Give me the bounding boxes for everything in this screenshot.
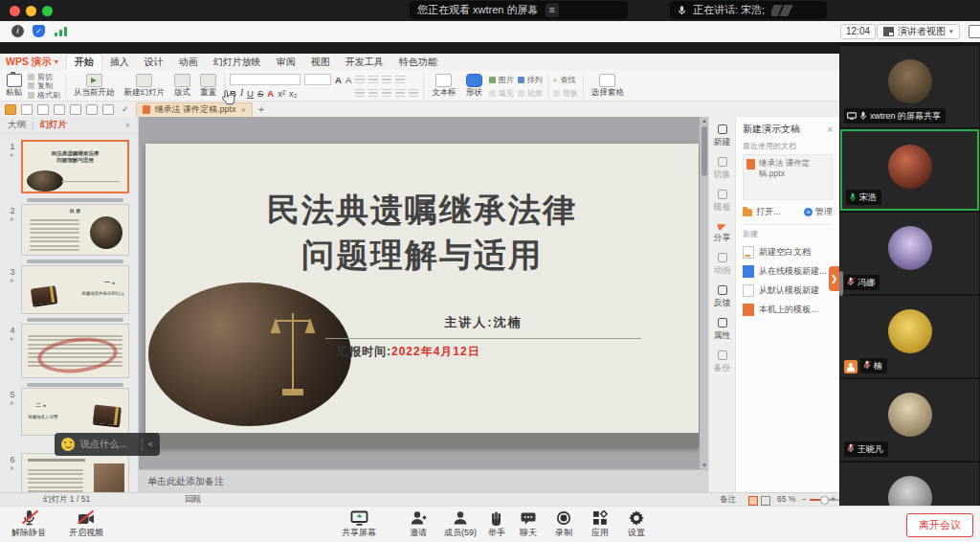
apps-button[interactable]: 应用 — [591, 509, 609, 539]
raise-hand-button[interactable]: 举手 — [488, 509, 505, 539]
tab-devtools[interactable]: 开发工具 — [338, 55, 391, 70]
cut-button[interactable]: 剪切 — [28, 73, 60, 81]
zoom-out-button[interactable]: − — [802, 493, 807, 506]
participant-tile-6[interactable] — [840, 463, 979, 506]
layout-button[interactable]: 版式 — [169, 72, 195, 101]
print-icon[interactable] — [54, 104, 65, 115]
banner-menu-icon[interactable]: ≡ — [546, 3, 559, 17]
superscript-button[interactable]: x² — [278, 88, 285, 99]
slide-thumb-5[interactable]: 二 » 遗嘱继承人范围 — [21, 388, 129, 436]
selection-pane-button[interactable]: 选择窗格 — [587, 72, 629, 101]
fullscreen-icon[interactable] — [969, 25, 980, 38]
tab-special[interactable]: 特色功能 — [391, 55, 445, 70]
redo-icon[interactable] — [102, 104, 114, 115]
undo-icon[interactable] — [86, 104, 98, 115]
chat-quick-input[interactable]: 说点什么... < — [55, 433, 160, 456]
zoom-slider-knob[interactable] — [820, 496, 829, 505]
preview-icon[interactable] — [70, 104, 81, 115]
canvas-scrollbar[interactable]: ▲ ▼ — [700, 117, 708, 469]
current-slide[interactable]: 民法典遗嘱继承法律 问题理解与适用 主讲人:沈楠 — [145, 144, 699, 447]
shrink-font-button[interactable]: A — [345, 75, 351, 85]
subscript-button[interactable]: x₂ — [289, 88, 297, 99]
side-tab-share[interactable]: 分享 — [714, 222, 731, 244]
underline-button[interactable]: U — [247, 88, 254, 99]
close-traffic-light[interactable] — [10, 6, 20, 16]
share-screen-button[interactable]: 共享屏幕 — [342, 509, 376, 539]
new-from-online-template[interactable]: 从在线模板新建... — [743, 265, 833, 278]
font-size-select[interactable] — [304, 74, 331, 85]
side-tab-switch[interactable]: 切换 — [714, 157, 731, 181]
slide-thumb-3[interactable]: 一 » 遗嘱继承的概念和特点 — [21, 265, 129, 314]
align-left-icon[interactable] — [355, 89, 365, 97]
save-icon[interactable] — [21, 104, 33, 115]
close-panel-icon[interactable]: × — [125, 121, 130, 130]
wps-logo[interactable]: WPS 演示▾ — [0, 56, 66, 69]
chat-button[interactable]: 聊天 — [520, 509, 537, 539]
outline-button[interactable]: 轮廓 — [518, 89, 543, 98]
strike-button[interactable]: S — [257, 88, 263, 99]
tab-slides[interactable]: 幻灯片 — [39, 119, 67, 131]
manage-link[interactable]: + 管理 — [804, 206, 833, 218]
tab-slideshow[interactable]: 幻灯片放映 — [206, 55, 269, 70]
new-blank-doc[interactable]: 新建空白文档 — [743, 246, 833, 259]
align-center-icon[interactable] — [368, 89, 378, 97]
start-video-button[interactable]: 开启视频 — [69, 509, 103, 539]
tab-view[interactable]: 视图 — [303, 55, 338, 70]
tab-design[interactable]: 设计 — [137, 55, 171, 70]
format-painter-button[interactable]: 格式刷 — [28, 91, 60, 100]
indent-icon[interactable] — [382, 76, 391, 83]
scrollbar-thumb[interactable] — [702, 126, 707, 176]
textbox-button[interactable]: 文本框 — [427, 72, 461, 101]
info-icon[interactable]: i — [11, 25, 24, 37]
output-icon[interactable] — [37, 104, 49, 115]
number-list-icon[interactable] — [368, 76, 378, 83]
zoom-in-button[interactable]: + — [831, 493, 835, 506]
side-tab-properties[interactable]: 属性 — [714, 318, 731, 342]
local-templates[interactable]: 本机上的模板... — [743, 304, 833, 316]
settings-button[interactable]: 设置 — [628, 509, 645, 539]
zoom-traffic-light[interactable] — [42, 6, 53, 16]
pane-expand-button[interactable]: ❯ — [829, 266, 839, 291]
invite-button[interactable]: 邀请 — [410, 509, 427, 539]
grow-font-button[interactable]: A — [335, 75, 342, 85]
line-spacing-icon[interactable] — [395, 76, 405, 83]
new-from-default-template[interactable]: 从默认模板新建 — [743, 284, 833, 297]
bullet-list-icon[interactable] — [355, 76, 365, 83]
minimize-traffic-light[interactable] — [26, 6, 36, 16]
collapse-chat-icon[interactable]: < — [142, 438, 153, 451]
recent-doc-item[interactable]: 继承法 课件定稿.pptx — [743, 154, 833, 200]
new-slide-button[interactable]: 新建幻灯片 — [120, 72, 170, 101]
find-button[interactable]: ⌕查找 — [553, 76, 578, 84]
font-color-button[interactable]: A — [267, 88, 274, 99]
participant-tile-fengna[interactable]: 冯娜 — [840, 213, 979, 294]
picture-button[interactable]: 图片 — [489, 76, 514, 84]
copy-button[interactable]: 复制 — [28, 81, 60, 90]
notes-toggle[interactable]: 备注 — [720, 493, 736, 506]
record-button[interactable]: 录制 — [555, 509, 572, 539]
reset-button[interactable]: 重置 — [195, 72, 221, 101]
side-tab-backup[interactable]: 备份 — [714, 350, 731, 374]
close-pane-icon[interactable]: × — [827, 124, 833, 135]
slideshow-view-icon[interactable] — [761, 496, 770, 506]
slide-thumb-4[interactable] — [21, 324, 129, 378]
tab-review[interactable]: 审阅 — [269, 55, 303, 70]
view-mode-select[interactable]: 演讲者视图 ▾ — [877, 24, 960, 39]
check-dropdown-icon[interactable]: ✓ — [122, 104, 129, 114]
open-folder-icon[interactable] — [5, 104, 16, 115]
unmute-button[interactable]: 解除静音 — [11, 509, 46, 539]
notes-placeholder[interactable]: 单击此处添加备注 — [139, 469, 708, 492]
arrange-button[interactable]: 排列 — [518, 76, 543, 84]
leave-meeting-button[interactable]: 离开会议 — [906, 513, 973, 537]
align-right-icon[interactable] — [382, 89, 391, 97]
slide-thumb-6[interactable] — [21, 453, 129, 492]
sidebar-collapse-handle[interactable] — [839, 271, 843, 296]
participant-tile-wangxiaofan[interactable]: 王晓凡 — [840, 379, 979, 461]
slide-thumb-1[interactable]: 民法典遗嘱继承法律 问题理解与适用 — [21, 140, 129, 193]
side-tab-feedback[interactable]: 反馈 — [714, 285, 731, 309]
font-name-select[interactable] — [230, 74, 301, 85]
open-link[interactable]: 打开... — [756, 206, 781, 218]
justify-icon[interactable] — [395, 89, 405, 97]
slide-thumb-2[interactable]: 目 录 — [21, 204, 129, 256]
security-shield-icon[interactable]: ✓ — [33, 25, 45, 37]
side-tab-template[interactable]: 模板 — [714, 190, 731, 214]
